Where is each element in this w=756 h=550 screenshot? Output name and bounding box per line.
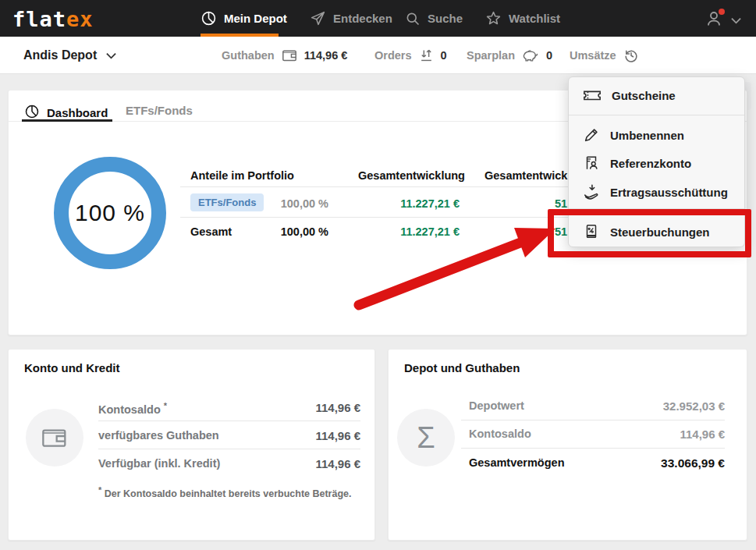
row-label: verfügbares Guthaben	[98, 429, 219, 442]
stat-sparplan[interactable]: Sparplan 0	[467, 37, 552, 74]
card-footnote: * Der Kontosaldo beinhaltet bereits verb…	[98, 485, 352, 499]
tab-label: ETFs/Fonds	[126, 104, 193, 117]
table-header-gesamtentwicklung-pct: Gesamtentwicklung	[484, 169, 569, 182]
row-value: 32.952,03 €	[608, 399, 725, 413]
stat-label: Sparplan	[467, 49, 515, 62]
development-value: 11.227,21 €	[382, 197, 460, 210]
asterisk-marker: *	[164, 401, 167, 410]
row-value: 114,96 €	[243, 429, 360, 442]
menu-item-label: Referenzkonto	[610, 157, 691, 170]
row-value: 33.066,99 €	[608, 456, 725, 470]
row-label: Gesamtvermögen	[469, 456, 565, 469]
sigma-icon: Σ	[397, 409, 455, 467]
chevron-down-icon	[106, 48, 116, 62]
nav-label: Mein Depot	[224, 12, 287, 25]
menu-item-umbenennen[interactable]: Umbenennen	[569, 121, 744, 149]
flatex-app: flatex Mein Depot Entdecken Suche Watchl	[0, 0, 756, 550]
row-divider	[461, 448, 725, 449]
share-value: 100,00 %	[266, 197, 328, 210]
flatex-logo[interactable]: flatex	[12, 7, 94, 31]
paper-plane-icon	[310, 10, 326, 27]
logo-flat: flat	[12, 7, 66, 31]
development-value: 11.227,21 €	[382, 225, 460, 238]
row-label: Verfügbar (inkl. Kredit)	[98, 457, 220, 470]
row-value: 114,96 €	[243, 401, 360, 414]
share-value: 100,00 %	[266, 225, 328, 238]
chevron-down-icon	[731, 13, 741, 27]
hand-receive-icon	[583, 183, 600, 200]
notification-dot	[719, 9, 725, 15]
wallet-icon	[282, 48, 297, 62]
row-divider	[98, 449, 360, 449]
tab-etfs-fonds[interactable]: ETFs/Fonds	[126, 104, 193, 117]
nav-item-watchlist[interactable]: Watchlist	[485, 0, 560, 37]
star-icon	[485, 10, 502, 27]
donut-value: 100 %	[75, 200, 145, 226]
row-value: 114,96 €	[608, 428, 725, 441]
depot-name: Andis Depot	[23, 48, 97, 62]
card-title: Depot und Guthaben	[404, 361, 520, 374]
transfer-arrows-icon	[419, 48, 434, 63]
konto-und-kredit-card: Konto und Kredit Kontosaldo * 114,96 € v…	[8, 349, 375, 541]
stat-guthaben[interactable]: Guthaben 114,96 €	[222, 37, 347, 74]
pie-chart-icon	[201, 10, 217, 27]
stat-label: Umsätze	[570, 49, 616, 62]
menu-item-referenzkonto[interactable]: Referenzkonto	[569, 149, 744, 177]
history-icon	[623, 48, 639, 63]
depot-selector[interactable]: Andis Depot	[23, 37, 116, 74]
row-divider	[98, 420, 360, 421]
stat-label: Guthaben	[222, 49, 275, 62]
highlight-box-steuerbuchungen	[548, 209, 751, 257]
person-icon	[705, 9, 723, 31]
nav-item-suche[interactable]: Suche	[405, 0, 463, 37]
nav-label: Entdecken	[333, 12, 392, 25]
row-label: Kontosaldo *	[98, 401, 167, 416]
row-label: Kontosaldo	[469, 428, 531, 440]
etfs-fonds-chip[interactable]: ETFs/Fonds	[190, 193, 264, 211]
nav-label: Suche	[428, 12, 463, 25]
nav-label: Watchlist	[509, 12, 560, 25]
tab-label: Dashboard	[47, 106, 108, 119]
menu-item-gutscheine[interactable]: Gutscheine	[569, 81, 744, 109]
depot-toolbar: Andis Depot Guthaben 114,96 € Orders 0 S…	[0, 37, 756, 74]
wallet-icon	[26, 409, 83, 467]
row-divider	[461, 420, 725, 420]
document-person-icon	[583, 154, 600, 172]
logo-ex: ex	[66, 7, 94, 31]
menu-item-label: Gutscheine	[612, 89, 676, 102]
stat-value: 114,96 €	[304, 49, 348, 62]
nav-item-entdecken[interactable]: Entdecken	[310, 0, 392, 37]
active-tab-underline	[22, 119, 112, 122]
menu-item-label: Ertragsausschüttung	[610, 186, 728, 199]
menu-divider	[569, 115, 744, 115]
stat-umsaetze[interactable]: Umsätze	[570, 37, 639, 74]
row-value: 114,96 €	[243, 457, 360, 470]
nav-item-mein-depot[interactable]: Mein Depot	[201, 0, 287, 37]
card-title: Konto und Kredit	[24, 361, 119, 374]
pencil-icon	[583, 126, 600, 144]
depot-und-guthaben-card: Depot und Guthaben Σ Depotwert 32.952,03…	[388, 349, 747, 541]
ticket-icon	[583, 87, 602, 103]
row-label: Depotwert	[469, 399, 524, 412]
top-navigation-bar: flatex Mein Depot Entdecken Suche Watchl	[0, 0, 756, 37]
portfolio-donut-chart: 100 %	[54, 157, 166, 269]
table-header-anteile: Anteile im Portfolio	[190, 169, 294, 182]
menu-item-ertragsausschuettung[interactable]: Ertragsausschüttung	[569, 178, 744, 206]
table-header-gesamtentwicklung: Gesamtentwicklung	[358, 169, 460, 182]
search-icon	[405, 11, 421, 27]
piggy-bank-icon	[522, 48, 539, 63]
stat-orders[interactable]: Orders 0	[374, 37, 447, 74]
menu-item-label: Umbenennen	[610, 129, 684, 142]
row-name: Gesamt	[190, 225, 232, 238]
profile-menu[interactable]	[705, 9, 741, 31]
stat-value: 0	[441, 49, 447, 62]
stat-value: 0	[546, 49, 552, 62]
stat-label: Orders	[374, 49, 412, 62]
